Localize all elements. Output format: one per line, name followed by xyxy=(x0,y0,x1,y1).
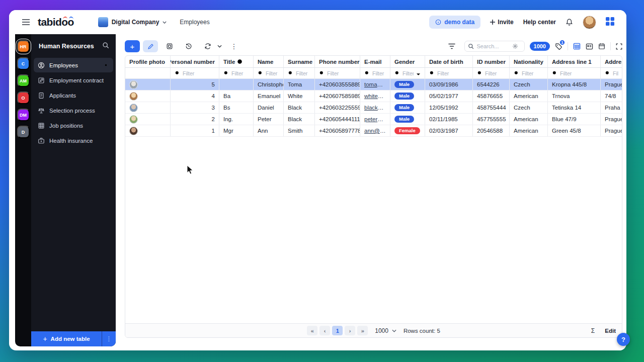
sidebar-item-health-insurance[interactable]: Health insurance xyxy=(34,133,113,148)
filter-cell-name[interactable] xyxy=(254,68,284,78)
edit-button[interactable]: Edit xyxy=(605,328,616,334)
sidebar-item-job-positions[interactable]: Job positions xyxy=(34,118,113,133)
workspace-chip-d[interactable]: D xyxy=(17,126,30,138)
last-page-button[interactable]: » xyxy=(357,326,368,335)
first-page-button[interactable]: « xyxy=(307,326,317,335)
filter-cell-title[interactable] xyxy=(219,68,254,78)
column-header-date-of-birth[interactable]: Date of birth xyxy=(425,56,473,67)
prev-page-button[interactable]: ‹ xyxy=(319,326,330,335)
invite-button[interactable]: Invite xyxy=(490,19,513,26)
workspace-chip-dm[interactable]: DM xyxy=(17,109,30,121)
email-link[interactable]: peter@gma... xyxy=(364,116,386,122)
toolbar-kebab-icon[interactable]: ⋮ xyxy=(226,40,242,52)
filter-input[interactable] xyxy=(560,70,596,76)
hamburger-menu-icon[interactable] xyxy=(22,19,30,25)
column-header-address-line-1[interactable]: Address line 1 xyxy=(548,56,601,67)
search-input[interactable] xyxy=(477,43,509,49)
table-row[interactable]: 4BaEmanuelWhite+420607585989white@gma...… xyxy=(125,90,622,102)
column-header-gender[interactable]: Gender xyxy=(390,56,425,67)
edit-mode-button[interactable] xyxy=(143,40,158,52)
chevron-down-icon[interactable] xyxy=(416,69,421,78)
search-settings-gear-icon[interactable] xyxy=(512,43,518,49)
table-row[interactable]: 3BsDanielBlack+420603225559black@gma...M… xyxy=(125,102,622,114)
filter-input[interactable] xyxy=(372,70,386,76)
sidebar-item-selection-process[interactable]: Selection process xyxy=(34,103,113,118)
filter-cell-address-line-2[interactable] xyxy=(601,68,622,78)
calendar-view-icon[interactable] xyxy=(598,43,605,50)
table-view-icon[interactable] xyxy=(573,43,581,50)
apps-grid-icon[interactable] xyxy=(606,17,614,28)
column-header-surname[interactable]: Surname xyxy=(284,56,315,67)
add-table-more-icon[interactable]: ⋮ xyxy=(102,331,116,346)
email-link[interactable]: black@gma... xyxy=(364,105,386,111)
workspace-chip-c[interactable]: C xyxy=(17,57,30,70)
filter-icon[interactable] xyxy=(444,40,459,52)
filter-input[interactable] xyxy=(296,70,310,76)
filter-input[interactable] xyxy=(437,70,468,76)
workspace-chip-am[interactable]: AM xyxy=(17,74,30,87)
grid-icon xyxy=(38,122,45,129)
filter-cell-gender[interactable] xyxy=(390,68,425,78)
table-settings-gear-icon[interactable] xyxy=(103,62,109,68)
table-body: 5ChristopherToma+4206035558896toma@gmai.… xyxy=(125,79,622,137)
column-header-name[interactable]: Name xyxy=(254,56,284,67)
filter-cell-phone-number[interactable] xyxy=(315,68,360,78)
next-page-button[interactable]: › xyxy=(345,326,355,335)
notifications-bell-icon[interactable] xyxy=(566,18,573,26)
filter-cell-nationality[interactable] xyxy=(510,68,548,78)
sidebar-item-employees[interactable]: Employees xyxy=(34,58,113,72)
sidebar-search-icon[interactable] xyxy=(102,42,109,51)
filter-input[interactable] xyxy=(485,70,505,76)
add-new-table-button[interactable]: + Add new table xyxy=(31,331,102,346)
column-header-personal-number[interactable]: Personal number xyxy=(171,56,219,67)
email-link[interactable]: toma@gmai... xyxy=(364,81,386,87)
sum-icon[interactable]: Σ xyxy=(591,327,595,334)
sidebar-item-applicants[interactable]: Applicants xyxy=(34,88,113,103)
record-view-icon[interactable] xyxy=(162,40,177,52)
column-header-title[interactable]: Title xyxy=(219,56,254,67)
column-header-id-number[interactable]: ID number xyxy=(473,56,510,67)
column-header-profile-photo[interactable]: Profile photo xyxy=(125,56,171,67)
history-icon[interactable] xyxy=(181,40,196,52)
user-avatar[interactable] xyxy=(583,16,596,29)
column-header-nationality[interactable]: Nationality xyxy=(510,56,548,67)
filter-input[interactable] xyxy=(403,70,414,76)
help-fab-button[interactable]: ? xyxy=(617,333,630,346)
table-row[interactable]: 1MgrAnnSmith+420605897778ann@gmail....Fe… xyxy=(125,125,622,137)
column-header-e-mail[interactable]: E-mail xyxy=(360,56,390,67)
filter-cell-id-number[interactable] xyxy=(473,68,510,78)
email-link[interactable]: white@gma... xyxy=(364,93,386,99)
tags-icon[interactable]: 1 xyxy=(555,43,562,50)
filter-cell-surname[interactable] xyxy=(284,68,315,78)
company-switcher[interactable]: Digital Company xyxy=(98,17,167,27)
workspace-chip-o[interactable]: O xyxy=(17,92,30,104)
workspace-chip-hr[interactable]: HR xyxy=(17,40,30,53)
filter-input[interactable] xyxy=(522,70,543,76)
help-circle-icon[interactable] xyxy=(237,59,243,64)
table-row[interactable]: 2Ing.PeterBlack+420605444111peter@gma...… xyxy=(125,114,622,125)
card-view-icon[interactable] xyxy=(586,43,593,50)
column-header-phone-number[interactable]: Phone number xyxy=(315,56,360,67)
sidebar-item-employment-contract[interactable]: Employment contract xyxy=(34,73,113,87)
refresh-icon[interactable] xyxy=(200,40,215,52)
filter-input[interactable] xyxy=(613,70,618,76)
refresh-caret-icon[interactable] xyxy=(216,40,222,52)
page-size-select[interactable]: 1000 xyxy=(375,327,396,334)
filter-input[interactable] xyxy=(266,70,279,76)
help-center-button[interactable]: Help center xyxy=(523,19,556,26)
demo-data-badge[interactable]: demo data xyxy=(429,16,480,29)
filter-input[interactable] xyxy=(183,70,215,76)
filter-cell-date-of-birth[interactable] xyxy=(425,68,473,78)
column-header-address-line-2[interactable]: Address line 2 xyxy=(601,56,622,67)
filter-input[interactable] xyxy=(231,70,249,76)
email-link[interactable]: ann@gmail.... xyxy=(364,128,386,134)
table-row[interactable]: 5ChristopherToma+4206035558896toma@gmai.… xyxy=(125,79,622,90)
records-limit-badge[interactable]: 1000 xyxy=(530,42,550,51)
add-record-button[interactable]: + xyxy=(125,40,140,52)
filter-cell-e-mail[interactable] xyxy=(360,68,390,78)
current-page-button[interactable]: 1 xyxy=(332,326,343,335)
filter-cell-personal-number[interactable] xyxy=(171,68,219,78)
filter-cell-address-line-1[interactable] xyxy=(548,68,601,78)
filter-input[interactable] xyxy=(327,70,356,76)
fullscreen-icon[interactable] xyxy=(616,43,622,50)
